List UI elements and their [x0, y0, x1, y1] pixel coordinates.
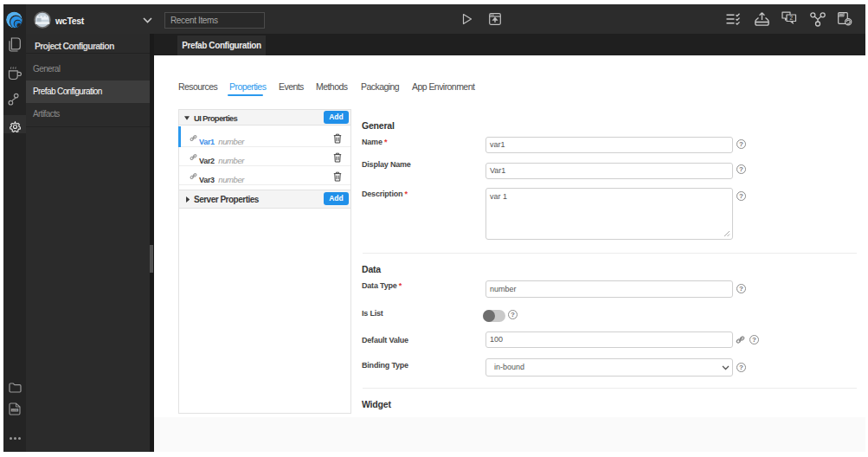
- svg-text:LOG: LOG: [12, 409, 17, 412]
- svg-text:2: 2: [789, 15, 793, 21]
